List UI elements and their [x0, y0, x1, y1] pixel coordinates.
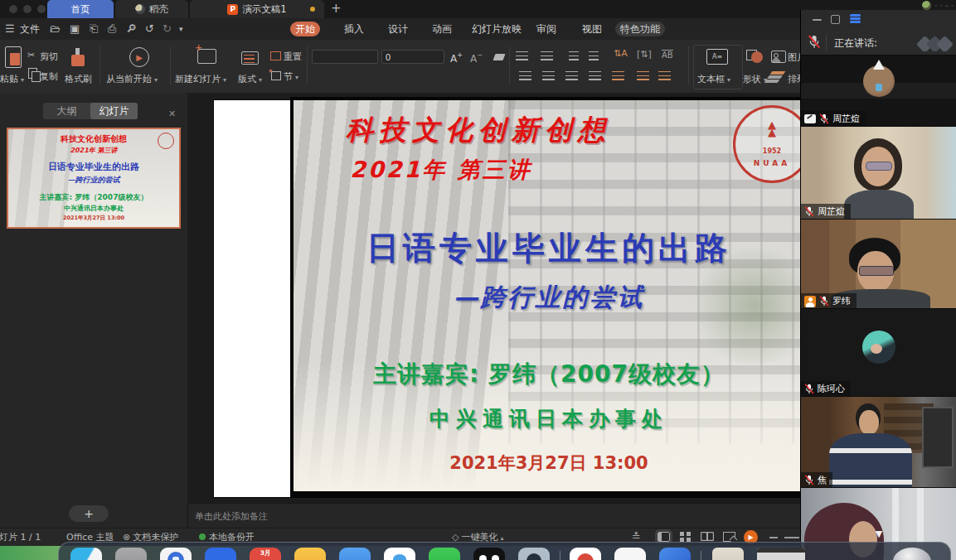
dock-minimized-window[interactable] — [757, 548, 805, 560]
increase-indent-icon[interactable] — [589, 51, 599, 60]
slide-thumbnail[interactable]: 科技文化创新创想 2021年 第三讲 日语专业毕业生的出路 —跨行业的尝试 主讲… — [7, 128, 181, 229]
traffic-light-zoom[interactable] — [37, 5, 46, 13]
fit-text-icon[interactable]: AB — [662, 50, 673, 60]
window-mini-controls[interactable]: ◦ ◦ ‒ ◦ — [934, 2, 954, 9]
increase-font-icon[interactable] — [450, 50, 463, 65]
dock-browser-icon[interactable] — [160, 548, 192, 560]
participant-video[interactable]: 周芷煊 — [801, 55, 956, 127]
distribute-icon[interactable] — [612, 71, 624, 80]
new-slide-button[interactable]: 新建幻灯片 — [175, 73, 226, 85]
zoom-slider[interactable] — [784, 537, 799, 538]
export-icon[interactable]: ⎗ — [90, 22, 98, 36]
paragraph-spacing-icon[interactable] — [658, 71, 671, 80]
participant-video[interactable]: 陈珂心 — [801, 308, 956, 397]
tab-slides[interactable]: 幻灯片 — [90, 103, 138, 119]
participant-video[interactable]: 焦 — [801, 396, 956, 488]
save-icon[interactable]: ▣ — [70, 22, 80, 36]
decrease-indent-icon[interactable] — [569, 51, 579, 60]
dock-launchpad-icon[interactable] — [115, 548, 147, 560]
maximize-icon[interactable] — [831, 15, 840, 24]
dock-app-yellow-icon[interactable] — [294, 548, 326, 560]
play-from-current-icon[interactable]: ▶ — [129, 47, 149, 67]
participant-video[interactable]: 罗纬 — [801, 219, 956, 309]
normal-view-icon[interactable] — [658, 532, 670, 542]
dock-white-app-icon[interactable] — [614, 548, 646, 560]
line-spacing-icon[interactable] — [637, 71, 649, 80]
paste-icon[interactable] — [5, 46, 22, 68]
copy-button[interactable]: 复制 — [40, 70, 58, 83]
dock-calendar-icon[interactable]: 3月 — [250, 548, 281, 560]
open-icon[interactable]: 🗁 — [50, 22, 61, 36]
font-name-select[interactable] — [312, 50, 378, 64]
dock-app-lightblue-icon[interactable] — [339, 548, 371, 560]
presenter-view-icon[interactable] — [723, 532, 735, 542]
menu-design[interactable]: 设计 — [383, 22, 413, 36]
format-painter-button[interactable]: 格式刷 — [65, 73, 92, 85]
traffic-light-close[interactable] — [9, 5, 17, 13]
reset-button[interactable]: 重置 — [284, 51, 302, 63]
numbered-list-icon[interactable] — [541, 51, 553, 60]
participant-video[interactable]: 周芷煊 — [801, 126, 956, 220]
tab-document[interactable]: P 演示文稿1 — [190, 0, 324, 18]
dock-camera-icon[interactable] — [518, 548, 550, 560]
scroll-down-arrow[interactable]: ▼ — [876, 529, 882, 539]
close-icon[interactable] — [168, 104, 176, 120]
dock-music-icon[interactable] — [570, 548, 601, 560]
menu-file[interactable]: 文件 — [15, 22, 45, 36]
reading-view-icon[interactable] — [701, 532, 714, 541]
new-tab-button[interactable]: + — [331, 1, 342, 16]
menu-bars-icon[interactable] — [850, 14, 861, 17]
menu-insert[interactable]: 插入 — [339, 22, 369, 36]
menu-slideshow[interactable]: 幻灯片放映 — [467, 22, 527, 36]
redo-icon[interactable]: ↻ — [163, 22, 172, 36]
align-right-icon[interactable] — [565, 71, 578, 80]
dock-trash-icon[interactable] — [893, 548, 931, 560]
align-center-icon[interactable] — [542, 71, 555, 80]
undo-icon[interactable]: ↺ — [145, 22, 154, 36]
slide-photo-frame[interactable]: 科技文化创新创想 2021年 第三讲 日语专业毕业生的出路 —跨行业的尝试 主讲… — [290, 97, 800, 498]
add-slide-button[interactable] — [69, 505, 109, 522]
play-from-current-button[interactable]: 从当前开始 — [106, 73, 158, 85]
traffic-light-minimize[interactable] — [23, 5, 32, 13]
hamburger-icon[interactable]: ☰ — [5, 22, 15, 36]
paste-button[interactable]: 粘贴 — [0, 73, 24, 85]
mic-muted-icon[interactable] — [808, 35, 821, 49]
shapes-button[interactable]: 形状 — [743, 73, 767, 85]
dock-app-blue-icon[interactable] — [205, 548, 236, 560]
print-icon[interactable]: ⎙ — [108, 22, 116, 36]
notes-bar[interactable]: 单击此处添加备注 — [188, 503, 800, 529]
menu-view[interactable]: 视图 — [577, 22, 607, 36]
tab-home[interactable]: 首页 — [47, 0, 114, 18]
dock-twitter-icon[interactable] — [384, 548, 415, 560]
menu-animation[interactable]: 动画 — [427, 22, 457, 36]
dock-finder-icon[interactable] — [70, 548, 102, 560]
dock-wechat-icon[interactable] — [429, 548, 460, 560]
font-size-select[interactable] — [381, 50, 444, 64]
tab-outline[interactable]: 大纲 — [43, 103, 90, 119]
menu-start[interactable]: 开始 — [290, 22, 320, 36]
more-quick-icon[interactable]: ▾ — [179, 22, 183, 36]
text-box-button[interactable]: 文本框 — [697, 73, 730, 85]
clear-format-icon[interactable] — [493, 54, 506, 60]
section-button[interactable]: 节 — [284, 70, 298, 83]
dock-app-blue2-icon[interactable] — [659, 548, 691, 560]
minimize-icon[interactable] — [813, 19, 822, 21]
print-preview-icon[interactable]: 🔎︎ — [126, 22, 137, 36]
menu-review[interactable]: 审阅 — [531, 22, 561, 36]
text-direction-icon[interactable]: ⇅A — [614, 48, 628, 59]
dock-downloads-folder-icon[interactable] — [712, 548, 744, 560]
decrease-font-icon[interactable] — [470, 50, 483, 65]
user-avatar[interactable] — [922, 1, 931, 10]
align-left-icon[interactable] — [519, 71, 531, 80]
bullet-list-icon[interactable] — [516, 51, 528, 60]
autofit-icon[interactable]: ≛ — [632, 530, 641, 543]
slide-sorter-icon[interactable] — [680, 532, 691, 542]
cut-button[interactable]: 剪切 — [40, 51, 58, 63]
menu-special-features[interactable]: 特色功能 — [615, 22, 665, 36]
zoom-out-button[interactable] — [769, 537, 778, 538]
justify-icon[interactable] — [589, 71, 601, 80]
dock-black-app-icon[interactable] — [473, 548, 505, 560]
text-frame-icon[interactable]: [⇅] — [637, 49, 652, 60]
layout-button[interactable]: 版式 — [238, 73, 262, 85]
tab-template[interactable]: 稻壳 — [115, 0, 188, 18]
